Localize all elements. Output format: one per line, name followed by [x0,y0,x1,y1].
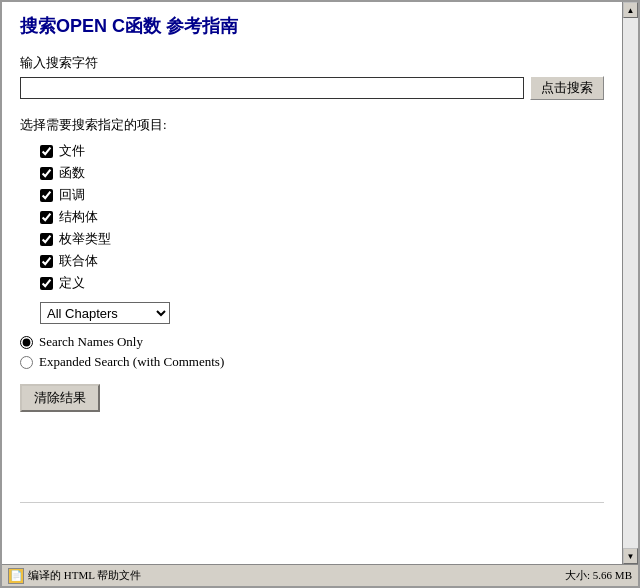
checkbox-structures[interactable] [40,211,53,224]
chapter-select[interactable]: All Chapters [40,302,170,324]
search-input[interactable] [20,77,524,99]
checkbox-label-callbacks: 回调 [59,186,85,204]
checkbox-item-files[interactable]: 文件 [40,142,604,160]
checkbox-files[interactable] [40,145,53,158]
checkbox-item-unions[interactable]: 联合体 [40,252,604,270]
chapter-select-wrapper: All Chapters [40,302,604,324]
checkbox-label-enum-types: 枚举类型 [59,230,111,248]
checkbox-enum-types[interactable] [40,233,53,246]
scrollbar-track[interactable] [623,18,638,548]
radio-item-names-only[interactable]: Search Names Only [20,334,604,350]
checkbox-definitions[interactable] [40,277,53,290]
filter-section-label: 选择需要搜索指定的项目: [20,116,604,134]
page-title: 搜索OPEN C函数 参考指南 [20,14,604,38]
main-window: 搜索OPEN C函数 参考指南 输入搜索字符 点击搜索 选择需要搜索指定的项目:… [0,0,640,588]
checkbox-group: 文件 函数 回调 结构体 枚举类型 [40,142,604,292]
checkbox-item-enum-types[interactable]: 枚举类型 [40,230,604,248]
checkbox-item-callbacks[interactable]: 回调 [40,186,604,204]
radio-label-names-only: Search Names Only [39,334,143,350]
scrollbar-up-button[interactable]: ▲ [623,2,638,18]
statusbar-icon: 📄 [8,568,24,584]
page-content: 搜索OPEN C函数 参考指南 输入搜索字符 点击搜索 选择需要搜索指定的项目:… [2,2,622,564]
right-scrollbar: ▲ ▼ [622,2,638,564]
clear-button[interactable]: 清除结果 [20,384,100,412]
radio-item-expanded[interactable]: Expanded Search (with Comments) [20,354,604,370]
checkbox-item-definitions[interactable]: 定义 [40,274,604,292]
search-label: 输入搜索字符 [20,54,604,72]
radio-names-only[interactable] [20,336,33,349]
search-button[interactable]: 点击搜索 [530,76,604,100]
checkbox-label-definitions: 定义 [59,274,85,292]
checkbox-item-functions[interactable]: 函数 [40,164,604,182]
radio-label-expanded: Expanded Search (with Comments) [39,354,224,370]
checkbox-label-unions: 联合体 [59,252,98,270]
statusbar: 📄 编译的 HTML 帮助文件 大小: 5.66 MB [2,564,638,586]
checkbox-label-structures: 结构体 [59,208,98,226]
statusbar-size: 大小: 5.66 MB [565,568,632,583]
scrollbar-down-button[interactable]: ▼ [623,548,638,564]
checkbox-functions[interactable] [40,167,53,180]
checkbox-unions[interactable] [40,255,53,268]
radio-group: Search Names Only Expanded Search (with … [20,334,604,370]
statusbar-text: 编译的 HTML 帮助文件 [28,568,561,583]
checkbox-label-functions: 函数 [59,164,85,182]
checkbox-label-files: 文件 [59,142,85,160]
checkbox-callbacks[interactable] [40,189,53,202]
radio-expanded[interactable] [20,356,33,369]
divider [20,502,604,503]
checkbox-item-structures[interactable]: 结构体 [40,208,604,226]
search-row: 点击搜索 [20,76,604,100]
